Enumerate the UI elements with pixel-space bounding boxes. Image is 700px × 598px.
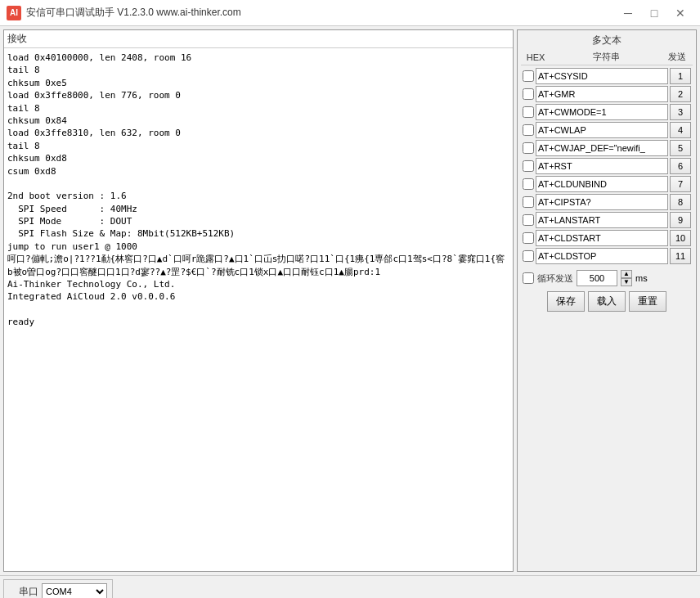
at-input-6[interactable] xyxy=(536,158,668,174)
at-command-row: 6 xyxy=(521,157,693,175)
send-col-label: 发送 xyxy=(665,51,689,63)
at-input-9[interactable] xyxy=(536,212,668,228)
app-title: 安信可串口调试助手 V1.2.3.0 www.ai-thinker.com xyxy=(26,6,615,20)
at-input-8[interactable] xyxy=(536,194,668,210)
at-input-1[interactable] xyxy=(536,68,668,84)
port-select[interactable]: COM4 xyxy=(42,583,107,598)
at-command-row: 5 xyxy=(521,139,693,157)
at-command-row: 7 xyxy=(521,175,693,193)
multi-text-title: 多文本 xyxy=(521,34,693,47)
loop-send-checkbox[interactable] xyxy=(523,272,534,284)
at-commands-list: 1234567891011 xyxy=(521,67,693,265)
receive-content[interactable]: load 0x40100000, len 2408, room 16 tail … xyxy=(4,48,513,571)
loop-send-label: 循环发送 xyxy=(537,272,573,285)
at-command-row: 4 xyxy=(521,121,693,139)
bottom-panel: 串口 COM4 波特率 115200 数据位 8 检验位 No xyxy=(0,575,700,598)
receive-group: 接收 load 0x40100000, len 2408, room 16 ta… xyxy=(3,29,514,572)
at-checkbox-2[interactable] xyxy=(523,88,534,100)
at-checkbox-6[interactable] xyxy=(523,160,534,172)
at-input-5[interactable] xyxy=(536,140,668,156)
minimize-button[interactable]: ─ xyxy=(615,2,641,25)
at-command-row: 2 xyxy=(521,85,693,103)
at-input-10[interactable] xyxy=(536,230,668,246)
at-command-row: 8 xyxy=(521,193,693,211)
at-send-btn-9[interactable]: 9 xyxy=(670,212,691,228)
at-input-7[interactable] xyxy=(536,176,668,192)
loop-interval-input[interactable] xyxy=(577,270,617,286)
receive-label: 接收 xyxy=(4,30,513,48)
at-send-btn-10[interactable]: 10 xyxy=(670,230,691,246)
window-controls: ─ □ ✕ xyxy=(615,2,693,25)
maximize-button[interactable]: □ xyxy=(641,2,667,25)
at-checkbox-1[interactable] xyxy=(523,70,534,82)
at-checkbox-3[interactable] xyxy=(523,106,534,118)
at-command-row: 1 xyxy=(521,67,693,85)
at-send-btn-8[interactable]: 8 xyxy=(670,194,691,210)
at-send-btn-3[interactable]: 3 xyxy=(670,104,691,120)
str-col-label: 字符串 xyxy=(547,51,665,63)
at-send-btn-5[interactable]: 5 xyxy=(670,140,691,156)
at-send-btn-6[interactable]: 6 xyxy=(670,158,691,174)
reset-button[interactable]: 重置 xyxy=(629,291,666,312)
loop-ms-label: ms xyxy=(635,273,648,283)
hex-col-label: HEX xyxy=(524,52,547,62)
save-button[interactable]: 保存 xyxy=(547,291,585,312)
left-panel: 接收 load 0x40100000, len 2408, room 16 ta… xyxy=(3,29,514,572)
at-checkbox-5[interactable] xyxy=(523,142,534,154)
title-bar: AI 安信可串口调试助手 V1.2.3.0 www.ai-thinker.com… xyxy=(0,0,700,26)
right-panel-header: HEX 字符串 发送 xyxy=(521,51,693,65)
right-panel: 多文本 HEX 字符串 发送 1234567891011 循环发送 ▲ ▼ ms… xyxy=(517,29,697,572)
loop-send-row: 循环发送 ▲ ▼ ms xyxy=(521,267,693,288)
at-send-btn-1[interactable]: 1 xyxy=(670,68,691,84)
at-input-3[interactable] xyxy=(536,104,668,120)
at-send-btn-11[interactable]: 11 xyxy=(670,248,691,264)
at-input-11[interactable] xyxy=(536,248,668,264)
at-command-row: 9 xyxy=(521,211,693,229)
load-button[interactable]: 载入 xyxy=(588,291,626,312)
at-checkbox-4[interactable] xyxy=(523,124,534,136)
bottom-row1: 串口 COM4 波特率 115200 数据位 8 检验位 No xyxy=(3,579,697,598)
close-button[interactable]: ✕ xyxy=(667,2,693,25)
at-checkbox-11[interactable] xyxy=(523,250,534,262)
at-command-row: 3 xyxy=(521,103,693,121)
at-send-btn-7[interactable]: 7 xyxy=(670,176,691,192)
app-icon: AI xyxy=(7,6,21,20)
at-send-btn-4[interactable]: 4 xyxy=(670,122,691,138)
at-checkbox-10[interactable] xyxy=(523,232,534,244)
port-row: 串口 COM4 xyxy=(9,583,107,598)
at-send-btn-2[interactable]: 2 xyxy=(670,86,691,102)
at-checkbox-8[interactable] xyxy=(523,196,534,208)
serial-settings: 串口 COM4 波特率 115200 数据位 8 检验位 No xyxy=(3,579,113,598)
loop-spin-down[interactable]: ▼ xyxy=(621,278,632,286)
at-input-4[interactable] xyxy=(536,122,668,138)
at-command-row: 11 xyxy=(521,247,693,265)
loop-spinners: ▲ ▼ xyxy=(621,270,632,286)
at-checkbox-7[interactable] xyxy=(523,178,534,190)
at-command-row: 10 xyxy=(521,229,693,247)
at-checkbox-9[interactable] xyxy=(523,214,534,226)
main-container: 接收 load 0x40100000, len 2408, room 16 ta… xyxy=(0,26,700,575)
port-label: 串口 xyxy=(9,585,38,599)
loop-spin-up[interactable]: ▲ xyxy=(621,270,632,278)
at-input-2[interactable] xyxy=(536,86,668,102)
right-panel-btn-row: 保存 载入 重置 xyxy=(521,290,693,313)
